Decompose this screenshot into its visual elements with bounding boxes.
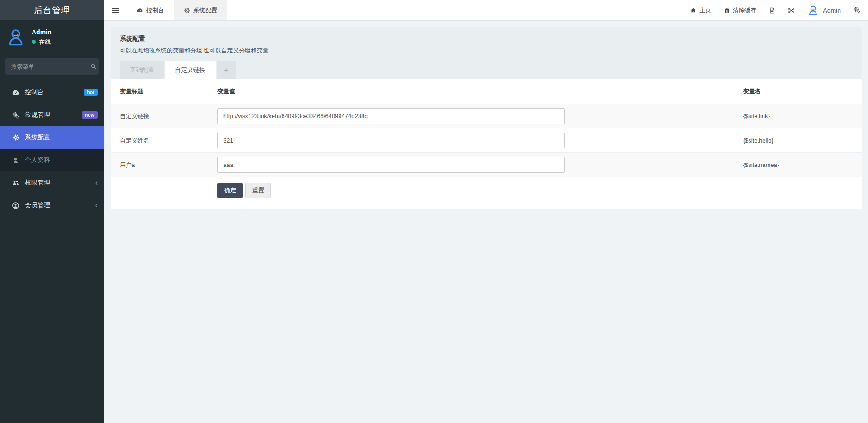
sidebar-item-label: 控制台	[25, 88, 44, 96]
column-header-value: 变量值	[208, 79, 734, 104]
variable-value-input[interactable]	[217, 157, 565, 173]
tab-label: 控制台	[146, 6, 164, 14]
main-content: 系统配置 可以在此增改系统的变量和分组,也可以自定义分组和变量 基础配置 自定义…	[104, 20, 868, 423]
form-footer: 确定 重置	[208, 177, 862, 199]
config-tab-bar: 基础配置 自定义链接 +	[120, 61, 853, 79]
check-update-button[interactable]	[763, 0, 782, 20]
tachometer-icon	[12, 89, 19, 96]
table-header-row: 变量标题 变量值 变量名	[111, 79, 862, 104]
table-row: 自定义姓名 {$site.hello}	[111, 128, 862, 153]
fullscreen-icon	[788, 7, 795, 14]
sidebar: 后台管理 Admin 在线	[0, 0, 104, 423]
config-panel: 系统配置 可以在此增改系统的变量和分组,也可以自定义分组和变量 基础配置 自定义…	[111, 27, 862, 209]
variable-value-input[interactable]	[217, 108, 565, 124]
navbar-right: 主页 清除缓存	[684, 0, 868, 20]
tab-basic-config[interactable]: 基础配置	[120, 61, 164, 79]
config-table: 变量标题 变量值 变量名 自定义链接 {$site.link} 自定义姓名 {$	[111, 79, 862, 177]
navbar-user-label: Admin	[823, 7, 841, 14]
add-group-tab[interactable]: +	[217, 61, 236, 79]
sidebar-item-system-config[interactable]: 系统配置	[0, 126, 104, 149]
trash-icon	[724, 7, 730, 14]
users-icon	[12, 179, 19, 187]
home-icon	[690, 7, 697, 14]
search-icon[interactable]	[90, 63, 97, 70]
tab-system-config[interactable]: 系统配置	[174, 0, 227, 20]
user-name: Admin	[32, 29, 52, 36]
search-input[interactable]	[11, 63, 90, 70]
user-icon	[12, 157, 19, 164]
panel-body: 变量标题 变量值 变量名 自定义链接 {$site.link} 自定义姓名 {$	[111, 79, 862, 209]
home-label: 主页	[699, 6, 711, 14]
variable-name: {$site.link}	[734, 104, 862, 128]
sidebar-item-general[interactable]: 常规管理 new	[0, 104, 104, 126]
reset-button[interactable]: 重置	[245, 183, 271, 198]
home-button[interactable]: 主页	[684, 0, 717, 20]
sidebar-toggle-button[interactable]	[104, 0, 127, 20]
fullscreen-button[interactable]	[782, 0, 801, 20]
page-description: 可以在此增改系统的变量和分组,也可以自定义分组和变量	[120, 47, 853, 55]
variable-title: 自定义链接	[111, 104, 208, 128]
sidebar-item-label: 会员管理	[25, 201, 50, 209]
chevron-left-icon: ‹	[95, 202, 98, 209]
file-icon	[769, 7, 776, 14]
page-title: 系统配置	[120, 35, 853, 43]
variable-name: {$site.namea}	[734, 153, 862, 177]
submit-button[interactable]: 确定	[217, 183, 243, 198]
user-panel: Admin 在线	[0, 20, 104, 52]
variable-title: 自定义姓名	[111, 128, 208, 153]
column-header-title: 变量标题	[111, 79, 208, 104]
panel-heading: 系统配置 可以在此增改系统的变量和分组,也可以自定义分组和变量 基础配置 自定义…	[111, 27, 862, 79]
tab-label: 系统配置	[193, 6, 217, 14]
hamburger-icon	[112, 7, 119, 14]
table-row: 自定义链接 {$site.link}	[111, 104, 862, 128]
user-avatar-icon	[807, 4, 819, 16]
settings-button[interactable]	[847, 0, 862, 20]
sidebar-item-members[interactable]: 会员管理 ‹	[0, 194, 104, 217]
app-title: 后台管理	[0, 0, 104, 20]
top-navbar: 控制台 系统配置 主页 清除缓存	[104, 0, 868, 20]
tab-custom-link[interactable]: 自定义链接	[165, 61, 216, 79]
variable-name: {$site.hello}	[734, 128, 862, 153]
user-circle-icon	[12, 202, 19, 209]
navbar-user-menu[interactable]: Admin	[801, 0, 847, 20]
hot-badge: hot	[84, 89, 98, 96]
sidebar-item-permissions[interactable]: 权限管理 ‹	[0, 171, 104, 194]
table-row: 用户a {$site.namea}	[111, 153, 862, 177]
online-dot	[32, 40, 36, 44]
variable-value-input[interactable]	[217, 133, 565, 148]
sidebar-item-label: 权限管理	[25, 179, 50, 187]
menu-search	[5, 58, 99, 75]
user-avatar	[5, 27, 26, 48]
gears-icon	[853, 6, 861, 14]
new-badge: new	[82, 111, 98, 119]
sidebar-item-label: 个人资料	[25, 156, 50, 164]
sidebar-menu: 控制台 hot 常规管理 new 系统配置	[0, 81, 104, 217]
online-label: 在线	[39, 38, 51, 46]
sidebar-item-profile[interactable]: 个人资料	[0, 149, 104, 171]
variable-title: 用户a	[111, 153, 208, 177]
clear-cache-label: 清除缓存	[733, 6, 756, 14]
gear-icon	[12, 134, 19, 141]
tab-dashboard[interactable]: 控制台	[127, 0, 174, 20]
gear-icon	[184, 7, 190, 14]
clear-cache-button[interactable]: 清除缓存	[717, 0, 763, 20]
cogs-icon	[12, 111, 19, 119]
column-header-name: 变量名	[734, 79, 862, 104]
sidebar-item-dashboard[interactable]: 控制台 hot	[0, 81, 104, 104]
sidebar-item-label: 常规管理	[25, 111, 50, 119]
sidebar-item-label: 系统配置	[25, 133, 50, 142]
user-status: 在线	[32, 38, 52, 46]
chevron-left-icon: ‹	[95, 179, 98, 186]
tachometer-icon	[137, 7, 143, 14]
